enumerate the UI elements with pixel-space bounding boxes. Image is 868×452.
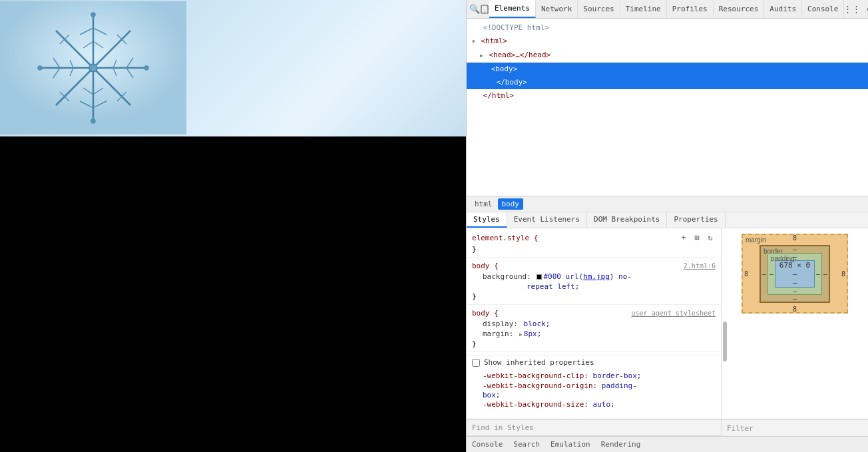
background-repeat-value: repeat left; (527, 282, 579, 291)
background-property-line2: repeat left; (467, 282, 721, 292)
doctype-text: <!DOCTYPE html> (483, 23, 549, 32)
breadcrumb-body[interactable]: body (498, 198, 524, 210)
find-in-styles[interactable]: Find in Styles (467, 420, 722, 436)
filter-bar[interactable]: Filter (722, 420, 868, 436)
useragent-closing-brace: } (467, 339, 721, 349)
tab-elements[interactable]: Elements (489, 0, 536, 18)
margin-top-value: 8 (793, 234, 797, 242)
settings-icon[interactable]: ⚙ (861, 1, 868, 17)
margin-right-value: 8 (841, 270, 845, 278)
box-model-panel: margin 8 8 8 8 border – – – – (722, 228, 868, 319)
svg-point-31 (91, 119, 95, 123)
padding-top-value: – (793, 253, 797, 260)
devtools-tabs: Elements Network Sources Timeline Profil… (489, 0, 844, 18)
tab-profiles[interactable]: Profiles (667, 0, 714, 18)
html-expand[interactable] (472, 37, 475, 45)
background-prop-value: #000 url(hm.jpg) no- (533, 272, 632, 281)
styles-left: element.style { + ⊞ ↻ } body { 2.html:6 (467, 228, 722, 419)
dom-body-close[interactable]: </body> (467, 76, 868, 89)
border-top-value: – (793, 246, 797, 253)
padding-bottom-value: – (793, 288, 797, 295)
device-icon[interactable] (480, 1, 489, 17)
styles-tab-dom-breakpoints[interactable]: DOM Breakpoints (587, 212, 667, 228)
console-tab-rendering[interactable]: Rendering (601, 439, 641, 450)
display-prop-value: block; (519, 320, 550, 328)
console-tab-console[interactable]: Console (472, 439, 503, 450)
background-prop-name: background: (483, 272, 531, 281)
margin-property: margin: 8px; (467, 329, 721, 339)
scrollbar-thumb[interactable] (723, 322, 727, 361)
bm-margin: margin 8 8 8 8 border – – – – (742, 234, 848, 314)
color-swatch[interactable] (537, 274, 542, 280)
useragent-rule-block: body { user agent stylesheet display: bl… (467, 308, 721, 352)
console-tab-search[interactable]: Search (513, 439, 540, 450)
styles-right-panel: margin 8 8 8 8 border – – – – (722, 228, 868, 419)
svg-point-32 (38, 66, 42, 70)
svg-point-35 (484, 11, 485, 13)
body-rule-source[interactable]: 2.html:6 (684, 262, 716, 270)
styles-tab-properties[interactable]: Properties (667, 212, 725, 228)
hm-jpg-link[interactable]: hm.jpg (583, 272, 610, 281)
style-format-button[interactable]: ⊞ (692, 232, 702, 243)
tab-sources[interactable]: Sources (578, 0, 620, 18)
dom-head[interactable]: <head>…</head> (467, 49, 868, 63)
search-icon[interactable]: 🔍 (469, 1, 480, 17)
devtools-toolbar: 🔍 Elements Network Sources Timeline Prof… (467, 0, 868, 19)
breadcrumb-html[interactable]: html (472, 198, 495, 210)
body-open-tag: <body> (491, 65, 518, 73)
background-property: background: #000 url(hm.jpg) no- (467, 272, 721, 282)
body-selector: body { (472, 262, 499, 270)
styles-tab-event-listeners[interactable]: Event Listeners (507, 212, 587, 228)
element-style-header: element.style { + ⊞ ↻ (467, 231, 721, 244)
snowflake-image (0, 1, 186, 134)
devtools-panel: 🔍 Elements Network Sources Timeline Prof… (466, 0, 868, 452)
inherited-checkbox-section: Show inherited properties (467, 355, 721, 369)
styles-tab-styles[interactable]: Styles (467, 212, 507, 228)
body-closing-brace: } (467, 292, 721, 302)
expand-console-icon[interactable]: ⋮⋮ (844, 1, 860, 17)
refresh-style-button[interactable]: ↻ (705, 232, 716, 243)
webpage-preview (0, 0, 466, 452)
tab-console[interactable]: Console (802, 0, 844, 18)
body-rule-block: body { 2.html:6 background: #000 url(hm.… (467, 260, 721, 305)
styles-panel: Styles Event Listeners DOM Breakpoints P… (467, 212, 868, 419)
inherited-checkbox[interactable] (472, 359, 480, 367)
border-bottom-value: – (793, 295, 797, 302)
dom-doctype: <!DOCTYPE html> (467, 21, 868, 35)
tab-resources[interactable]: Resources (714, 0, 765, 18)
dom-html[interactable]: <html> (467, 35, 868, 49)
margin-prop-value: 8px; (515, 330, 541, 338)
html-tag: <html> (481, 37, 507, 45)
head-tag: <head>…</head> (489, 51, 550, 59)
tab-network[interactable]: Network (536, 0, 578, 18)
console-tab-emulation[interactable]: Emulation (550, 439, 590, 450)
element-style-actions: + ⊞ ↻ (678, 232, 716, 243)
margin-expand[interactable] (519, 332, 523, 338)
toolbar-right: ⋮⋮ ⚙ ✕ (844, 1, 868, 17)
margin-bottom-value: 8 (793, 306, 797, 313)
dom-body-open[interactable]: <body> (467, 63, 868, 76)
body-rule-header: body { 2.html:6 (467, 260, 721, 272)
webkit-bg-origin-cont-value: box; (483, 391, 501, 399)
bm-border: border – – – – padding- – – – (760, 245, 830, 303)
webkit-bg-origin: -webkit-background-origin: padding- (467, 381, 721, 391)
head-expand[interactable] (480, 51, 483, 59)
styles-tabs: Styles Event Listeners DOM Breakpoints P… (467, 212, 868, 228)
useragent-selector: body { (472, 309, 499, 318)
content-dash1: – (793, 270, 797, 278)
svg-point-30 (91, 13, 95, 17)
dom-html-close[interactable]: </html> (467, 89, 868, 103)
snowflake-area (0, 0, 466, 136)
dom-panel[interactable]: <!DOCTYPE html> <html> <head>…</head> <b… (467, 19, 868, 196)
webkit-bg-clip-name: -webkit-background-clip: (483, 371, 588, 380)
breadcrumb: html body (467, 196, 868, 212)
useragent-source: user agent stylesheet (632, 310, 716, 317)
element-style-closing: } (467, 244, 721, 254)
inherited-label: Show inherited properties (484, 358, 594, 367)
border-right-value: – (823, 270, 827, 278)
add-style-button[interactable]: + (678, 232, 689, 243)
bm-padding: padding- – – – – 678 × 0 – (767, 253, 822, 295)
tab-timeline[interactable]: Timeline (620, 0, 667, 18)
tab-audits[interactable]: Audits (764, 0, 802, 18)
content-dash2: – (793, 278, 797, 287)
